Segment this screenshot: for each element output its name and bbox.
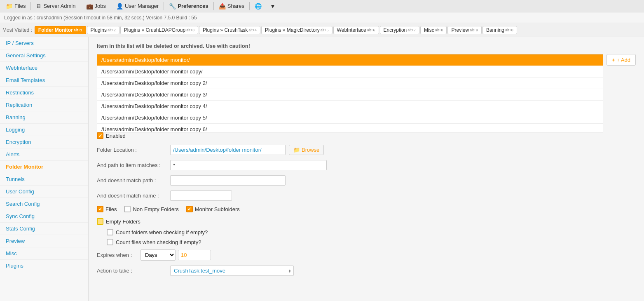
count-files-label: Count files when checking if empty? bbox=[116, 239, 201, 245]
nav-globe-button[interactable]: 🌐 bbox=[251, 0, 266, 12]
sidebar-item-banning[interactable]: Banning bbox=[0, 111, 88, 124]
monitor-subfolders-checkbox[interactable] bbox=[186, 206, 193, 212]
server-icon: 🖥 bbox=[36, 3, 42, 9]
expires-value-input[interactable] bbox=[178, 250, 211, 260]
nav-files-button[interactable]: 📁 Files bbox=[2, 0, 30, 12]
sidebar-item-restrictions[interactable]: Restrictions bbox=[0, 87, 88, 99]
globe-icon: 🌐 bbox=[255, 3, 262, 9]
browse-button[interactable]: 📁 Browse bbox=[289, 145, 324, 155]
bookmark-crush-task[interactable]: Plugins » CrushTask alt+4 bbox=[199, 26, 260, 34]
shares-icon: 📤 bbox=[219, 3, 226, 9]
count-files-checkbox[interactable] bbox=[107, 239, 113, 245]
folder-list-item-0[interactable]: /Users/admin/Desktop/folder monitor/ bbox=[97, 54, 603, 66]
sidebar-item-ip-servers[interactable]: IP / Servers bbox=[0, 37, 88, 49]
bookmark-banning[interactable]: Banning alt+0 bbox=[482, 26, 517, 34]
count-folders-row: Count folders when checking if empty? bbox=[107, 229, 636, 235]
folder-list-item-4[interactable]: /Users/admin/Desktop/folder monitor copy… bbox=[97, 101, 603, 112]
nav-divider-5 bbox=[213, 2, 214, 10]
sidebar-item-folder-monitor[interactable]: Folder Monitor bbox=[0, 161, 88, 173]
bookmark-webinterface[interactable]: WebInterface alt+6 bbox=[333, 26, 379, 34]
folder-list-item-3[interactable]: /Users/admin/Desktop/folder monitor copy… bbox=[97, 89, 603, 101]
status-bar: Logged in as : crushadmin (Session timeo… bbox=[0, 12, 644, 23]
nav-user-manager-button[interactable]: 👤 User Manager bbox=[112, 0, 163, 12]
expires-unit-select[interactable]: Days Hours Minutes Seconds bbox=[141, 249, 176, 261]
sidebar-item-sync-config[interactable]: Sync Config bbox=[0, 210, 88, 223]
bookmarks-bar: Most Visited : Folder Monitor alt+1 Plug… bbox=[0, 23, 644, 37]
top-nav-bar: 📁 Files 🖥 Server Admin 💼 Jobs 👤 User Man… bbox=[0, 0, 644, 12]
sidebar: IP / Servers General Settings WebInterfa… bbox=[0, 37, 89, 301]
monitor-subfolders-label: Monitor Subfolders bbox=[195, 206, 240, 212]
empty-folders-label: Empty Folders bbox=[106, 219, 141, 225]
count-folders-checkbox[interactable] bbox=[107, 229, 113, 235]
sidebar-item-encryption[interactable]: Encryption bbox=[0, 136, 88, 148]
folder-list-item-6[interactable]: /Users/admin/Desktop/folder monitor copy… bbox=[97, 124, 603, 132]
plus-icon: + bbox=[612, 57, 615, 63]
sidebar-item-logging[interactable]: Logging bbox=[0, 124, 88, 136]
empty-folder-suboptions: Count folders when checking if empty? Co… bbox=[107, 229, 636, 245]
folder-list-item-2[interactable]: /Users/admin/Desktop/folder monitor copy… bbox=[97, 78, 603, 89]
sidebar-item-webinterface[interactable]: WebInterface bbox=[0, 62, 88, 74]
bookmark-encryption[interactable]: Encryption alt+7 bbox=[380, 26, 419, 34]
count-files-row: Count files when checking if empty? bbox=[107, 239, 636, 245]
nav-divider-2 bbox=[81, 2, 81, 10]
sidebar-item-email-templates[interactable]: Email Templates bbox=[0, 74, 88, 87]
sidebar-item-user-config[interactable]: User Config bbox=[0, 186, 88, 198]
sidebar-item-replication[interactable]: Replication bbox=[0, 99, 88, 111]
folder-list-item-1[interactable]: /Users/admin/Desktop/folder monitor copy… bbox=[97, 66, 603, 78]
bookmark-magic-directory[interactable]: Plugins » MagicDirectory alt+5 bbox=[261, 26, 333, 34]
folder-location-input[interactable] bbox=[170, 145, 286, 155]
action-select-wrapper: CrushTask:test_move CrushTask:delete Cru… bbox=[170, 266, 294, 276]
sidebar-item-search-config[interactable]: Search Config bbox=[0, 198, 88, 210]
folder-list-item-5[interactable]: /Users/admin/Desktop/folder monitor copy… bbox=[97, 112, 603, 124]
doesnt-match-path-input[interactable] bbox=[170, 175, 286, 186]
nav-divider-6 bbox=[249, 2, 250, 10]
files-icon: 📁 bbox=[6, 3, 13, 9]
sidebar-item-stats-config[interactable]: Stats Config bbox=[0, 223, 88, 235]
action-label: Action to take : bbox=[97, 268, 167, 274]
folder-location-row: Folder Location : 📁 Browse bbox=[97, 145, 636, 155]
action-select[interactable]: CrushTask:test_move CrushTask:delete Cru… bbox=[170, 266, 294, 276]
sidebar-item-alerts[interactable]: Alerts bbox=[0, 148, 88, 161]
nav-server-admin-button[interactable]: 🖥 Server Admin bbox=[32, 0, 80, 12]
doesnt-match-name-input[interactable] bbox=[170, 190, 232, 201]
bookmark-misc[interactable]: Misc alt+8 bbox=[420, 26, 447, 34]
bookmark-folder-monitor[interactable]: Folder Monitor alt+1 bbox=[35, 26, 86, 34]
dropdown-icon: ▼ bbox=[270, 3, 276, 9]
folder-location-label: Folder Location : bbox=[97, 147, 167, 153]
nav-jobs-button[interactable]: 💼 Jobs bbox=[82, 0, 110, 12]
sidebar-item-plugins[interactable]: Plugins bbox=[0, 260, 88, 272]
nav-shares-button[interactable]: 📤 Shares bbox=[215, 0, 248, 12]
doesnt-match-name-row: And doesn't match name : bbox=[97, 190, 636, 201]
enabled-checkbox[interactable] bbox=[97, 132, 103, 139]
most-visited-label: Most Visited : bbox=[2, 27, 32, 33]
nav-preferences-button[interactable]: 🔧 Preferences bbox=[165, 0, 212, 12]
files-label: Files bbox=[105, 206, 117, 212]
sidebar-item-general-settings[interactable]: General Settings bbox=[0, 49, 88, 62]
expires-row: Expires when : Days Hours Minutes Second… bbox=[97, 249, 636, 261]
path-matches-label: And path to item matches : bbox=[97, 162, 167, 168]
non-empty-folders-checkbox[interactable] bbox=[124, 206, 131, 212]
folder-list-scroll[interactable]: /Users/admin/Desktop/folder monitor/ /Us… bbox=[97, 54, 603, 132]
bookmark-crush-ldap[interactable]: Plugins » CrushLDAPGroup alt+3 bbox=[120, 26, 198, 34]
nav-dropdown-button[interactable]: ▼ bbox=[266, 0, 280, 12]
expires-label: Expires when : bbox=[97, 252, 138, 258]
folder-icon: 📁 bbox=[293, 147, 300, 153]
sidebar-item-misc[interactable]: Misc bbox=[0, 247, 88, 260]
files-checkbox[interactable] bbox=[97, 206, 103, 212]
add-button[interactable]: + + Add bbox=[607, 54, 636, 66]
path-matches-input[interactable] bbox=[170, 160, 327, 170]
jobs-icon: 💼 bbox=[86, 3, 93, 9]
empty-folders-checkbox[interactable] bbox=[97, 218, 103, 225]
sidebar-item-tunnels[interactable]: Tunnels bbox=[0, 173, 88, 186]
bookmark-preview[interactable]: Preview alt+9 bbox=[447, 26, 481, 34]
count-folders-label: Count folders when checking if empty? bbox=[116, 229, 208, 235]
empty-folders-row: Empty Folders bbox=[97, 218, 636, 225]
enabled-row: Enabled bbox=[97, 132, 636, 139]
main-layout: IP / Servers General Settings WebInterfa… bbox=[0, 37, 644, 301]
folder-list-area: /Users/admin/Desktop/folder monitor/ /Us… bbox=[97, 54, 636, 132]
doesnt-match-path-row: And doesn't match path : bbox=[97, 175, 636, 186]
nav-divider bbox=[30, 2, 31, 10]
sidebar-item-preview[interactable]: Preview bbox=[0, 235, 88, 247]
bookmark-plugins[interactable]: Plugins alt+2 bbox=[87, 26, 119, 34]
non-empty-folders-checkbox-item: Non Empty Folders bbox=[124, 206, 178, 212]
